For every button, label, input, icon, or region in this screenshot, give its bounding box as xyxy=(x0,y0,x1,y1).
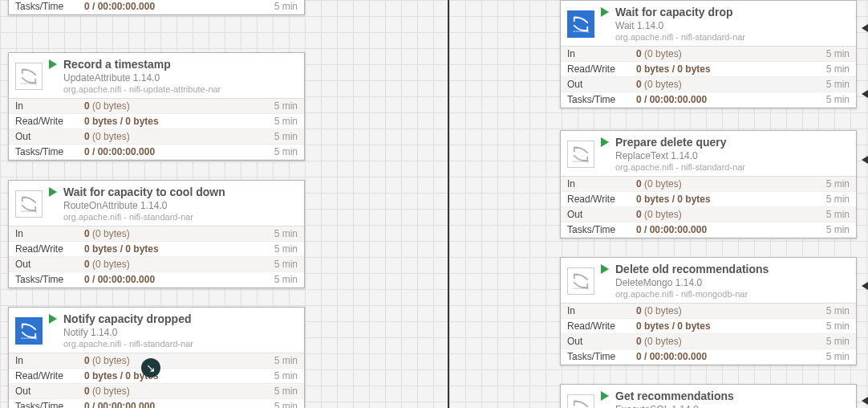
processor-type: ReplaceText 1.14.0 xyxy=(615,150,745,162)
processor[interactable]: Record a timestamp UpdateAttribute 1.14.… xyxy=(8,52,305,161)
stat-row-out: Out 0 (0 bytes) 5 min xyxy=(561,334,856,349)
processor-icon xyxy=(567,141,594,168)
stat-value: 0 (0 bytes) xyxy=(84,131,274,142)
stat-row-taskstime: Tasks/Time 0 / 00:00:00.000 5 min xyxy=(9,399,304,408)
stat-value: 0 (0 bytes) xyxy=(636,79,826,90)
stat-time-window: 5 min xyxy=(826,224,850,235)
stat-label: Out xyxy=(15,131,84,142)
processor-name: Notify capacity dropped xyxy=(63,312,193,327)
stat-value: 0 / 00:00:00.000 xyxy=(84,274,274,285)
stat-row-out: Out 0 (0 bytes) 5 min xyxy=(561,207,856,222)
processor-stats: In 0 (0 bytes) 5 min Read/Write 0 bytes … xyxy=(561,46,856,108)
stat-label: Read/Write xyxy=(567,194,636,205)
stat-value: 0 (0 bytes) xyxy=(636,178,826,190)
stat-value: 0 bytes / 0 bytes xyxy=(84,370,274,381)
processor[interactable]: Notify capacity dropped Notify 1.14.0 or… xyxy=(8,307,305,408)
processor-header[interactable]: Notify capacity dropped Notify 1.14.0 or… xyxy=(9,308,304,353)
processor-header[interactable]: Wait for capacity drop Wait 1.14.0 org.a… xyxy=(561,1,856,46)
stat-value: 0 / 00:00:00.000 xyxy=(636,351,826,362)
stat-label: Tasks/Time xyxy=(567,224,636,235)
stat-time-window: 5 min xyxy=(826,48,850,59)
processor-header[interactable]: Record a timestamp UpdateAttribute 1.14.… xyxy=(9,53,304,98)
stat-row-in: In 0 (0 bytes) 5 min xyxy=(561,47,856,62)
stat-value: 0 / 00:00:00.000 xyxy=(636,224,826,235)
stat-time-window: 5 min xyxy=(274,386,298,397)
stat-label: In xyxy=(15,100,84,112)
processor[interactable]: Get recommendations ExecuteSQL 1.14.0 or… xyxy=(560,384,857,408)
stat-value: 0 (0 bytes) xyxy=(636,48,826,59)
stat-row-in: In 0 (0 bytes) 5 min xyxy=(561,304,856,319)
stat-label: Tasks/Time xyxy=(15,401,84,408)
processor-type: Notify 1.14.0 xyxy=(63,327,193,339)
stat-label: Tasks/Time xyxy=(567,351,636,362)
connection-arrow-icon xyxy=(857,394,868,405)
stat-time-window: 5 min xyxy=(826,94,850,105)
stat-row-in: In 0 (0 bytes) 5 min xyxy=(561,177,856,192)
connection-arrow-icon xyxy=(857,21,868,32)
processor-type: RouteOnAttribute 1.14.0 xyxy=(63,200,225,212)
processor-stats: In 0 (0 bytes) 5 min Read/Write 0 bytes … xyxy=(9,0,304,14)
stat-label: Out xyxy=(15,386,84,397)
connection-arrow-icon xyxy=(857,153,868,164)
stat-row-readwrite: Read/Write 0 bytes / 0 bytes 5 min xyxy=(9,242,304,257)
stat-label: Tasks/Time xyxy=(15,1,84,12)
stat-time-window: 5 min xyxy=(826,351,850,362)
processor-header[interactable]: Get recommendations ExecuteSQL 1.14.0 or… xyxy=(561,385,856,408)
stat-value: 0 (0 bytes) xyxy=(636,305,826,316)
stat-value: 0 (0 bytes) xyxy=(84,355,274,366)
stat-label: Tasks/Time xyxy=(15,274,84,285)
processor-bundle: org.apache.nifi - nifi-standard-nar xyxy=(615,32,745,43)
stat-value: 0 (0 bytes) xyxy=(84,100,274,112)
stat-row-taskstime: Tasks/Time 0 / 00:00:00.000 5 min xyxy=(561,222,856,238)
stat-row-taskstime: Tasks/Time 0 / 00:00:00.000 5 min xyxy=(561,92,856,108)
processor[interactable]: Delete old recommendations DeleteMongo 1… xyxy=(560,257,857,365)
processor[interactable]: In 0 (0 bytes) 5 min Read/Write 0 bytes … xyxy=(8,0,305,15)
create-connection-icon[interactable]: ↘ xyxy=(141,358,160,377)
processor-title-block: Prepare delete query ReplaceText 1.14.0 … xyxy=(615,136,745,173)
connection-arrow-icon xyxy=(857,279,868,290)
processor-bundle: org.apache.nifi - nifi-standard-nar xyxy=(63,212,225,223)
stat-value: 0 (0 bytes) xyxy=(84,228,274,239)
processor-header[interactable]: Delete old recommendations DeleteMongo 1… xyxy=(561,258,856,303)
processor-title-block: Wait for capacity to cool down RouteOnAt… xyxy=(63,186,225,222)
stat-label: Out xyxy=(567,209,636,220)
processor-header[interactable]: Wait for capacity to cool down RouteOnAt… xyxy=(9,181,304,226)
stat-label: Tasks/Time xyxy=(15,146,84,157)
processor-icon xyxy=(567,10,594,38)
processor-name: Get recommendations xyxy=(615,390,745,404)
processor-type: ExecuteSQL 1.14.0 xyxy=(615,404,745,409)
stat-value: 0 / 00:00:00.000 xyxy=(84,1,274,12)
stat-time-window: 5 min xyxy=(274,116,298,127)
processor[interactable]: Wait for capacity to cool down RouteOnAt… xyxy=(8,180,305,288)
stat-row-taskstime: Tasks/Time 0 / 00:00:00.000 5 min xyxy=(9,145,304,160)
processor-icon xyxy=(567,267,594,295)
stat-value: 0 / 00:00:00.000 xyxy=(84,401,274,408)
stat-label: In xyxy=(567,48,636,59)
stat-time-window: 5 min xyxy=(274,259,298,270)
processor[interactable]: Wait for capacity drop Wait 1.14.0 org.a… xyxy=(560,0,857,108)
stat-label: Out xyxy=(567,336,636,347)
processor-stats: In 0 (0 bytes) 5 min Read/Write 0 bytes … xyxy=(561,176,856,238)
processor[interactable]: Prepare delete query ReplaceText 1.14.0 … xyxy=(560,130,857,239)
stat-value: 0 (0 bytes) xyxy=(636,209,826,220)
stat-time-window: 5 min xyxy=(274,401,298,408)
processor-bundle: org.apache.nifi - nifi-standard-nar xyxy=(63,339,193,350)
processor-title-block: Record a timestamp UpdateAttribute 1.14.… xyxy=(63,58,221,95)
stat-row-out: Out 0 (0 bytes) 5 min xyxy=(9,384,304,399)
stat-value: 0 (0 bytes) xyxy=(84,386,274,397)
run-status-icon xyxy=(49,59,57,69)
stat-time-window: 5 min xyxy=(274,355,298,366)
processor-stats: In 0 (0 bytes) 5 min Read/Write 0 bytes … xyxy=(9,98,304,160)
stat-label: Read/Write xyxy=(567,63,636,75)
stat-value: 0 / 00:00:00.000 xyxy=(84,146,274,157)
stat-row-readwrite: Read/Write 0 bytes / 0 bytes 5 min xyxy=(561,192,856,207)
processor-name: Wait for capacity drop xyxy=(615,6,745,20)
processor-icon xyxy=(15,317,43,345)
processor-header[interactable]: Prepare delete query ReplaceText 1.14.0 … xyxy=(561,131,856,176)
processor-type: UpdateAttribute 1.14.0 xyxy=(63,72,221,84)
stat-label: Read/Write xyxy=(15,243,84,255)
stat-row-in: In 0 (0 bytes) 5 min xyxy=(9,99,304,114)
processor-icon xyxy=(15,63,43,90)
processor-type: DeleteMongo 1.14.0 xyxy=(615,277,769,289)
stat-time-window: 5 min xyxy=(274,274,298,285)
